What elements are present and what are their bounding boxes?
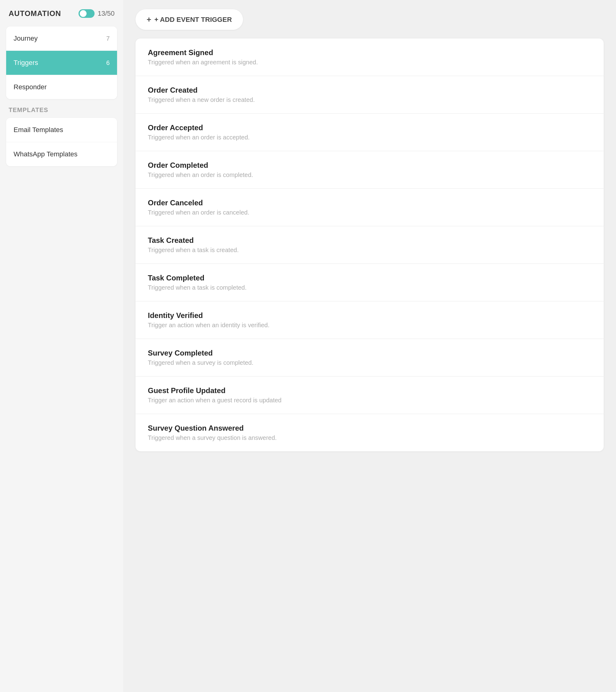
automation-header: AUTOMATION 13/50	[6, 9, 117, 18]
trigger-name: Identity Verified	[148, 311, 591, 320]
sidebar-item-whatsapp-templates[interactable]: WhatsApp Templates	[6, 142, 117, 166]
add-trigger-label: + ADD EVENT TRIGGER	[154, 16, 232, 24]
nav-section: Journey 7 Triggers 6 Responder	[6, 26, 117, 99]
trigger-item[interactable]: Order CanceledTriggered when an order is…	[135, 189, 604, 226]
trigger-name: Guest Profile Updated	[148, 386, 591, 395]
sidebar-item-journey[interactable]: Journey 7	[6, 26, 117, 51]
sidebar-item-label-triggers: Triggers	[14, 59, 38, 67]
trigger-desc: Triggered when a survey question is answ…	[148, 434, 591, 441]
sidebar-item-responder[interactable]: Responder	[6, 75, 117, 99]
sidebar-item-label-journey: Journey	[14, 35, 38, 42]
automation-title: AUTOMATION	[8, 9, 61, 18]
trigger-desc: Triggered when a new order is created.	[148, 96, 591, 104]
sidebar-item-label-responder: Responder	[14, 83, 47, 91]
sidebar-item-label-email-templates: Email Templates	[14, 126, 63, 134]
trigger-item[interactable]: Task CreatedTriggered when a task is cre…	[135, 226, 604, 264]
trigger-item[interactable]: Order CreatedTriggered when a new order …	[135, 76, 604, 114]
trigger-name: Task Created	[148, 236, 591, 245]
trigger-name: Agreement Signed	[148, 48, 591, 57]
trigger-name: Order Canceled	[148, 198, 591, 207]
sidebar-item-triggers[interactable]: Triggers 6	[6, 51, 117, 75]
toggle-wrapper: 13/50	[79, 9, 114, 18]
trigger-name: Order Completed	[148, 161, 591, 170]
sidebar-item-badge-journey: 7	[106, 35, 110, 42]
sidebar-item-label-whatsapp-templates: WhatsApp Templates	[14, 150, 77, 158]
main-content: + + ADD EVENT TRIGGER Agreement SignedTr…	[123, 0, 616, 692]
trigger-name: Order Accepted	[148, 124, 591, 132]
trigger-item[interactable]: Guest Profile UpdatedTrigger an action w…	[135, 376, 604, 414]
trigger-desc: Trigger an action when an identity is ve…	[148, 322, 591, 329]
sidebar: AUTOMATION 13/50 Journey 7 Triggers 6 Re…	[0, 0, 123, 692]
trigger-item[interactable]: Order CompletedTriggered when an order i…	[135, 151, 604, 189]
trigger-desc: Triggered when an order is canceled.	[148, 209, 591, 216]
trigger-desc: Triggered when an agreement is signed.	[148, 59, 591, 66]
trigger-name: Task Completed	[148, 274, 591, 282]
trigger-item[interactable]: Survey Question AnsweredTriggered when a…	[135, 414, 604, 451]
trigger-item[interactable]: Order AcceptedTriggered when an order is…	[135, 114, 604, 151]
trigger-item[interactable]: Agreement SignedTriggered when an agreem…	[135, 39, 604, 76]
trigger-item[interactable]: Task CompletedTriggered when a task is c…	[135, 264, 604, 301]
trigger-name: Survey Question Answered	[148, 424, 591, 433]
automation-count: 13/50	[98, 9, 114, 18]
trigger-item[interactable]: Survey CompletedTriggered when a survey …	[135, 339, 604, 376]
automation-toggle[interactable]	[79, 9, 94, 18]
trigger-desc: Triggered when an order is accepted.	[148, 134, 591, 141]
trigger-desc: Triggered when an order is completed.	[148, 171, 591, 178]
sidebar-item-badge-triggers: 6	[106, 59, 110, 66]
plus-icon: +	[147, 15, 151, 24]
trigger-desc: Triggered when a task is created.	[148, 246, 591, 254]
sidebar-item-email-templates[interactable]: Email Templates	[6, 118, 117, 142]
templates-section-title: TEMPLATES	[6, 107, 117, 114]
trigger-desc: Triggered when a survey is completed.	[148, 359, 591, 366]
trigger-desc: Trigger an action when a guest record is…	[148, 397, 591, 404]
trigger-name: Order Created	[148, 86, 591, 94]
trigger-item[interactable]: Identity VerifiedTrigger an action when …	[135, 301, 604, 339]
add-event-trigger-button[interactable]: + + ADD EVENT TRIGGER	[135, 9, 243, 30]
trigger-name: Survey Completed	[148, 349, 591, 358]
triggers-list: Agreement SignedTriggered when an agreem…	[135, 39, 604, 451]
templates-section: Email Templates WhatsApp Templates	[6, 118, 117, 166]
trigger-desc: Triggered when a task is completed.	[148, 284, 591, 291]
